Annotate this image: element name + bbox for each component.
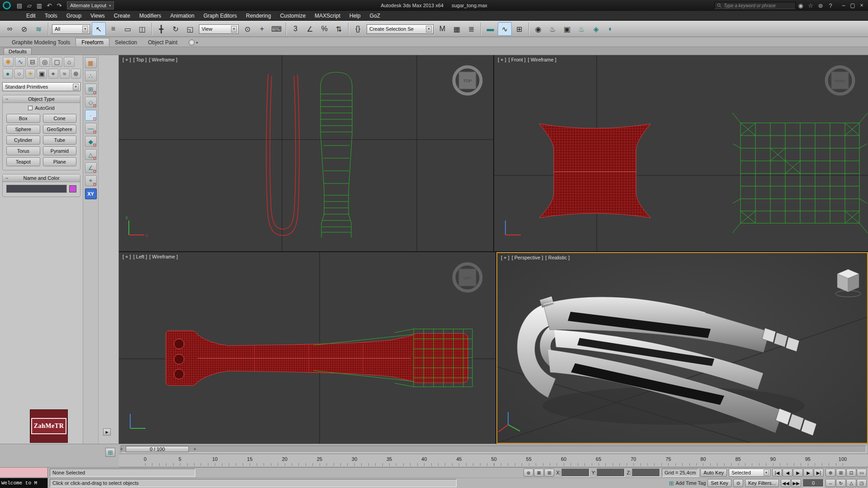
graphite-ribbon-toggle-icon[interactable]: ▬	[483, 22, 497, 36]
help-icon[interactable]: ?	[826, 1, 835, 10]
set-key-button[interactable]: Set Key	[708, 479, 731, 487]
current-frame-field[interactable]: 0	[803, 479, 824, 487]
ribbon-tab-object-paint[interactable]: Object Paint	[142, 38, 183, 47]
helpers-category-icon[interactable]: ⌖	[48, 69, 58, 79]
object-type-button-teapot[interactable]: Teapot	[6, 157, 40, 166]
zoom-extents-icon[interactable]: ⊡	[846, 469, 856, 477]
menu-goz[interactable]: GoZ	[365, 11, 384, 20]
geometry-category-icon[interactable]: ●	[3, 69, 13, 79]
next-frame-arrow[interactable]: >	[192, 446, 198, 452]
workspace-dropdown[interactable]: Alternate Layout ▾	[67, 1, 114, 9]
redo-icon[interactable]: ↷	[54, 1, 64, 10]
viewport-menu-button[interactable]: [ + ]	[123, 57, 131, 62]
viewport-view-button[interactable]: [ Left ]	[133, 254, 147, 259]
viewport-layout-tabs-button[interactable]: ⊞	[105, 448, 115, 457]
snaps-grid-icon[interactable]: ▦	[85, 57, 97, 68]
zoom-region-icon[interactable]: ▭	[857, 469, 867, 477]
pan-icon[interactable]: ⇔	[826, 479, 835, 487]
close-button[interactable]: ×	[857, 1, 866, 9]
restore-button[interactable]: ▢	[848, 1, 857, 9]
primitive-category-dropdown[interactable]: Standard Primitives ▾	[2, 82, 80, 91]
keyboard-shortcut-override-icon[interactable]: ⌨	[269, 22, 283, 36]
angle-snap-icon[interactable]: ∠	[303, 22, 317, 36]
material-editor-icon[interactable]: ◉	[531, 22, 545, 36]
auto-key-button[interactable]: Auto Key	[700, 469, 727, 477]
absolute-offset-toggle-icon[interactable]: ⊞	[544, 469, 554, 477]
next-key-button[interactable]: ▶▶	[791, 479, 801, 487]
reference-coordinate-dropdown[interactable]: View▾	[199, 24, 239, 34]
lights-category-icon[interactable]: ☀	[25, 69, 35, 79]
object-type-rollout-header[interactable]: − Object Type	[3, 95, 80, 103]
select-and-rotate-icon[interactable]: ↻	[169, 22, 183, 36]
rendered-frame-window-icon[interactable]: ▣	[560, 22, 574, 36]
select-and-link-icon[interactable]: ∞	[3, 22, 17, 36]
render-iterative-icon[interactable]: ◈	[589, 22, 603, 36]
object-name-field[interactable]	[6, 185, 67, 193]
ribbon-tab-selection[interactable]: Selection	[109, 38, 142, 47]
x-coordinate-field[interactable]	[561, 469, 590, 477]
align-icon[interactable]: ▦	[450, 22, 464, 36]
favorites-icon[interactable]: ☆	[806, 1, 816, 10]
viewcube-top[interactable]: TOP	[454, 67, 481, 94]
next-frame-button[interactable]: ▶	[803, 469, 813, 477]
render-setup-icon[interactable]: ♨	[546, 22, 560, 36]
percent-snap-icon[interactable]: %	[317, 22, 331, 36]
curve-editor-icon[interactable]: ∿	[498, 22, 512, 36]
minimize-button[interactable]: –	[839, 1, 848, 9]
expand-toolbar-button[interactable]: ▶	[103, 428, 111, 436]
snap-grid-points-icon[interactable]: ⊞Ω	[85, 84, 97, 94]
unlink-selection-icon[interactable]: ⊘	[17, 22, 31, 36]
menu-help[interactable]: Help	[345, 11, 365, 20]
open-file-icon[interactable]: ▱	[24, 1, 34, 10]
object-type-button-cylinder[interactable]: Cylinder	[6, 136, 40, 145]
snap-midpoint-icon[interactable]: ◆Ω	[85, 136, 97, 147]
viewport-view-button[interactable]: [ Top ]	[133, 57, 147, 62]
snap-face-icon[interactable]: △Ω	[85, 149, 97, 160]
systems-category-icon[interactable]: ⊛	[71, 69, 81, 79]
previous-frame-arrow[interactable]: <	[118, 446, 125, 452]
hierarchy-tab-icon[interactable]: ⊟	[27, 57, 38, 67]
named-selection-set-dropdown[interactable]: Create Selection Se▾	[367, 24, 434, 34]
viewport-shading-button[interactable]: [ Wireframe ]	[149, 254, 178, 259]
select-by-name-icon[interactable]: ≡	[106, 22, 120, 36]
autogrid-checkbox[interactable]	[28, 106, 33, 110]
ribbon-config-icon[interactable]	[189, 39, 195, 46]
menu-group[interactable]: Group	[62, 11, 86, 20]
viewcube-left[interactable]: LEFT	[454, 264, 481, 291]
object-type-button-geosphere[interactable]: GeoSphere	[43, 125, 77, 134]
snap-pivot-icon[interactable]: ◇Ω	[85, 97, 97, 108]
menu-edit[interactable]: Edit	[22, 11, 40, 20]
maximize-viewport-toggle-icon[interactable]: ◳	[857, 479, 867, 487]
cameras-category-icon[interactable]: ▣	[37, 69, 47, 79]
sign-in-icon[interactable]: ⊚	[816, 1, 826, 10]
viewport-view-button[interactable]: [ Perspective ]	[512, 255, 543, 260]
undo-icon[interactable]: ↶	[44, 1, 54, 10]
object-type-button-box[interactable]: Box	[6, 114, 40, 123]
axis-constraint-xy-icon[interactable]: XY	[85, 188, 97, 199]
object-type-button-sphere[interactable]: Sphere	[6, 125, 40, 134]
object-type-button-tube[interactable]: Tube	[43, 136, 77, 145]
snap-vertex-icon[interactable]: ·Ω	[85, 110, 97, 121]
spinner-snap-icon[interactable]: ⇅	[332, 22, 346, 36]
ribbon-tab-freeform[interactable]: Freeform	[75, 38, 109, 47]
menu-tools[interactable]: Tools	[40, 11, 62, 20]
object-type-button-pyramid[interactable]: Pyramid	[43, 146, 77, 155]
viewport-shading-button[interactable]: [ Realistic ]	[545, 255, 570, 260]
3ds-max-logo-icon[interactable]	[3, 1, 11, 9]
edit-named-selection-sets-icon[interactable]: {}	[351, 22, 365, 36]
viewport-menu-button[interactable]: [ + ]	[501, 255, 509, 260]
play-button[interactable]: ▶	[793, 469, 803, 477]
maxscript-mini-listener-output[interactable]: Welcome to M	[0, 478, 48, 488]
selection-filter-dropdown[interactable]: All▾	[52, 24, 90, 34]
viewport-perspective[interactable]: [ + ] [ Perspective ] [ Realistic ]	[496, 252, 868, 444]
name-and-color-rollout-header[interactable]: − Name and Color	[3, 174, 80, 182]
zoom-all-icon[interactable]: ⊞	[836, 469, 846, 477]
object-type-button-torus[interactable]: Torus	[6, 146, 40, 155]
time-slider-handle[interactable]: 0 / 100	[126, 446, 189, 452]
key-selection-dropdown[interactable]: Selected ▾	[729, 469, 770, 477]
track-bar[interactable]: 0510152025303540455055606570758085909510…	[119, 454, 868, 467]
viewport-shading-button[interactable]: [ Wireframe ]	[528, 57, 557, 62]
viewport-menu-button[interactable]: [ + ]	[498, 57, 506, 62]
shapes-category-icon[interactable]: ○	[14, 69, 24, 79]
previous-frame-button[interactable]: ◀	[783, 469, 793, 477]
